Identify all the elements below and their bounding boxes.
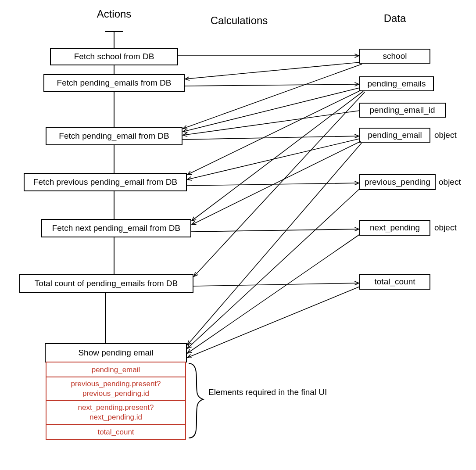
svg-line-18 [192,91,363,221]
svg-line-26 [187,287,360,358]
ui-element-previous-pending-id: previous_pending.id [82,389,149,398]
action-fetch-previous-pending-email-label: Fetch previous pending_email from DB [33,177,177,187]
data-total-count-label: total_count [375,277,416,287]
ui-element-pending-email-label: pending_email [92,366,140,374]
action-fetch-school-label: Fetch school from DB [74,52,154,61]
ui-element-next-pending-id: next_pending.id [89,413,142,421]
data-previous-pending-annot: object [439,177,461,187]
heading-data: Data [384,12,406,24]
svg-line-11 [183,64,362,129]
svg-line-17 [186,183,359,186]
data-school-label: school [383,51,407,61]
svg-line-24 [187,189,360,348]
action-show-pending-email-label: Show pending email [78,348,153,357]
svg-line-20 [191,229,359,232]
action-fetch-pending-email-label: Fetch pending_email from DB [59,131,169,141]
ui-element-previous-pending-present: previous_pending.present? [71,380,161,388]
brace-label: Elements required in the final UI [208,387,327,397]
data-previous-pending-label: previous_pending [365,177,430,187]
svg-line-22 [193,283,359,286]
svg-line-10 [184,84,359,86]
flow-diagram: Actions Calculations Data Fetch school f… [0,0,476,470]
svg-line-15 [187,90,361,175]
brace-icon [189,363,203,438]
svg-line-19 [192,141,361,225]
ui-element-total-count-label: total_count [97,428,134,436]
ui-element-next-pending-present: next_pending.present? [78,403,154,412]
svg-line-9 [185,62,360,79]
heading-calculations: Calculations [211,14,268,26]
data-next-pending-annot: object [434,223,457,232]
data-next-pending-label: next_pending [370,223,420,233]
svg-line-14 [182,136,359,140]
action-fetch-pending-emails-label: Fetch pending_emails from DB [57,78,172,88]
data-pending-email-id-label: pending_email_id [370,105,435,115]
action-total-count-label: Total count of pending_emails from DB [35,279,178,288]
action-fetch-next-pending-email-label: Fetch next pending_email from DB [52,223,181,233]
svg-line-25 [187,234,360,353]
heading-actions: Actions [97,8,132,20]
data-pending-emails-label: pending_emails [367,79,426,89]
data-pending-email-annot: object [434,130,457,140]
data-pending-email-label: pending_email [368,130,422,140]
svg-line-12 [183,88,360,132]
